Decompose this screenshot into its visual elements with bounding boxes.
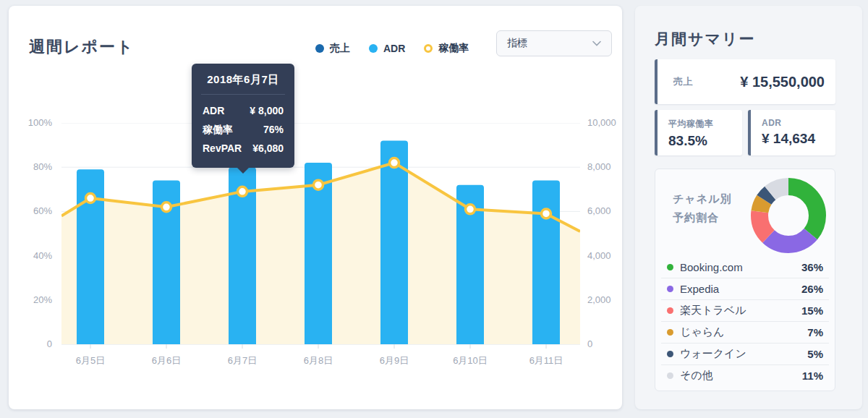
- tooltip-revpar-value: ¥6,080: [252, 139, 284, 158]
- channel-name: Booking.com: [680, 261, 743, 273]
- channel-dot-icon: [667, 351, 673, 357]
- donut-svg: [749, 176, 827, 255]
- adr-dot-icon: [369, 44, 378, 53]
- channel-donut-chart: [749, 176, 827, 255]
- sales-dot-icon: [315, 44, 324, 53]
- channel-name: Expedia: [680, 283, 719, 295]
- channel-dot-icon: [667, 329, 673, 336]
- monthly-summary-panel: 月間サマリー 売上 ¥ 15,550,000 平均稼働率 83.5% ADR ¥…: [635, 6, 862, 409]
- occupancy-value: 83.5%: [668, 133, 742, 149]
- y-axis-left-label: 20%: [16, 294, 52, 307]
- tooltip-divider: [201, 94, 285, 95]
- point-6月7日[interactable]: [238, 187, 247, 196]
- y-axis-left-label: 100%: [16, 116, 52, 129]
- tooltip-occupancy-value: 76%: [263, 120, 284, 139]
- channel-dot-icon: [667, 286, 673, 292]
- adr-value: ¥ 14,634: [762, 131, 835, 147]
- legend-label-occupancy: 稼働率: [438, 42, 469, 55]
- weekly-chart-svg: [61, 123, 580, 353]
- adr-label: ADR: [762, 118, 835, 128]
- tooltip-date: 2018年6月7日: [203, 73, 284, 87]
- weekly-chart-plot: [61, 123, 580, 353]
- point-6月6日[interactable]: [162, 202, 171, 212]
- chart-legend: 売上 ADR 稼働率: [315, 42, 469, 55]
- channel-name: じゃらん: [680, 325, 724, 339]
- channel-legend-row: じゃらん7%: [661, 321, 829, 343]
- legend-item-sales[interactable]: 売上: [315, 42, 350, 55]
- y-axis-left-label: 80%: [16, 161, 52, 174]
- channel-name: 楽天トラベル: [680, 304, 746, 317]
- legend-label-adr: ADR: [383, 43, 405, 54]
- channel-percent: 36%: [801, 261, 823, 273]
- channel-share-card: チャネル別 予約割合 Booking.com36%Expedia26%楽天トラベ…: [655, 169, 835, 391]
- chevron-down-icon: [592, 40, 601, 46]
- occupancy-ring-icon: [424, 44, 433, 53]
- tooltip-adr-label: ADR: [203, 101, 224, 120]
- legend-item-adr[interactable]: ADR: [369, 43, 405, 54]
- sales-value: ¥ 15,550,000: [740, 74, 825, 90]
- channel-dot-icon: [667, 372, 673, 379]
- y-axis-right-label: 0: [587, 338, 631, 351]
- sales-metric-card: 売上 ¥ 15,550,000: [655, 59, 835, 104]
- legend-label-sales: 売上: [330, 42, 350, 55]
- channel-card-title: チャネル別 予約割合: [673, 189, 731, 227]
- y-axis-right-label: 2,000: [587, 294, 631, 307]
- point-6月8日[interactable]: [314, 180, 323, 189]
- legend-item-occupancy[interactable]: 稼働率: [424, 42, 469, 55]
- x-axis-label: 6月7日: [210, 354, 275, 367]
- weekly-report-title: 週間レポート: [29, 36, 135, 58]
- y-axis-left-label: 0: [16, 338, 52, 351]
- metric-dropdown[interactable]: 指標: [496, 30, 612, 56]
- metric-dropdown-value: 指標: [507, 37, 527, 50]
- bar-6月11日[interactable]: [532, 181, 560, 344]
- monthly-summary-title: 月間サマリー: [655, 29, 755, 49]
- occupancy-metric-card: 平均稼働率 83.5%: [655, 110, 742, 155]
- y-axis-right-label: 6,000: [587, 205, 631, 218]
- point-6月9日[interactable]: [390, 158, 399, 168]
- y-axis-right-label: 10,000: [587, 116, 631, 129]
- channel-percent: 11%: [802, 370, 823, 382]
- channel-percent: 26%: [801, 283, 823, 295]
- channel-legend: Booking.com36%Expedia26%楽天トラベル15%じゃらん7%ウ…: [661, 256, 829, 386]
- channel-percent: 5%: [807, 348, 823, 360]
- channel-name: その他: [680, 369, 713, 383]
- channel-dot-icon: [667, 307, 673, 314]
- y-axis-left-label: 60%: [16, 205, 52, 218]
- point-6月5日[interactable]: [86, 194, 95, 203]
- y-axis-left-label: 40%: [16, 249, 52, 263]
- x-axis-label: 6月10日: [438, 354, 503, 367]
- x-axis-label: 6月11日: [514, 354, 579, 367]
- channel-percent: 15%: [801, 304, 823, 317]
- y-axis-right-label: 8,000: [587, 161, 631, 174]
- channel-name: ウォークイン: [680, 347, 746, 361]
- x-axis-label: 6月8日: [286, 354, 351, 367]
- channel-title-line1: チャネル別: [673, 189, 731, 208]
- point-6月11日[interactable]: [542, 209, 551, 218]
- channel-dot-icon: [667, 264, 673, 270]
- chart-tooltip: 2018年6月7日 ADR ¥ 8,000 稼働率 76% RevPAR ¥6,…: [192, 64, 294, 168]
- occupancy-label: 平均稼働率: [668, 118, 742, 130]
- channel-legend-row: Booking.com36%: [661, 256, 829, 278]
- adr-metric-card: ADR ¥ 14,634: [748, 110, 835, 155]
- channel-legend-row: 楽天トラベル15%: [661, 299, 829, 321]
- channel-legend-row: その他11%: [661, 364, 829, 386]
- x-axis-label: 6月6日: [134, 354, 199, 367]
- channel-title-line2: 予約割合: [673, 208, 731, 227]
- channel-legend-row: Expedia26%: [661, 278, 829, 299]
- bar-6月9日[interactable]: [380, 140, 408, 344]
- point-6月10日[interactable]: [466, 205, 475, 214]
- tooltip-occupancy-label: 稼働率: [203, 120, 233, 139]
- tooltip-row-adr: ADR ¥ 8,000: [203, 101, 284, 120]
- sales-label: 売上: [673, 75, 693, 88]
- y-axis-right-label: 4,000: [587, 249, 631, 263]
- tooltip-row-revpar: RevPAR ¥6,080: [203, 139, 284, 158]
- tooltip-adr-value: ¥ 8,000: [250, 101, 284, 120]
- x-axis-label: 6月9日: [362, 354, 427, 367]
- x-axis-label: 6月5日: [58, 354, 123, 367]
- tooltip-row-occupancy: 稼働率 76%: [203, 120, 284, 139]
- metric-row: 平均稼働率 83.5% ADR ¥ 14,634: [655, 110, 835, 155]
- channel-percent: 7%: [807, 326, 823, 338]
- weekly-report-card: 週間レポート 売上 ADR 稼働率 指標 2018年6月7日 ADR ¥ 8,0…: [9, 6, 622, 409]
- channel-legend-row: ウォークイン5%: [661, 343, 829, 364]
- tooltip-revpar-label: RevPAR: [203, 139, 242, 158]
